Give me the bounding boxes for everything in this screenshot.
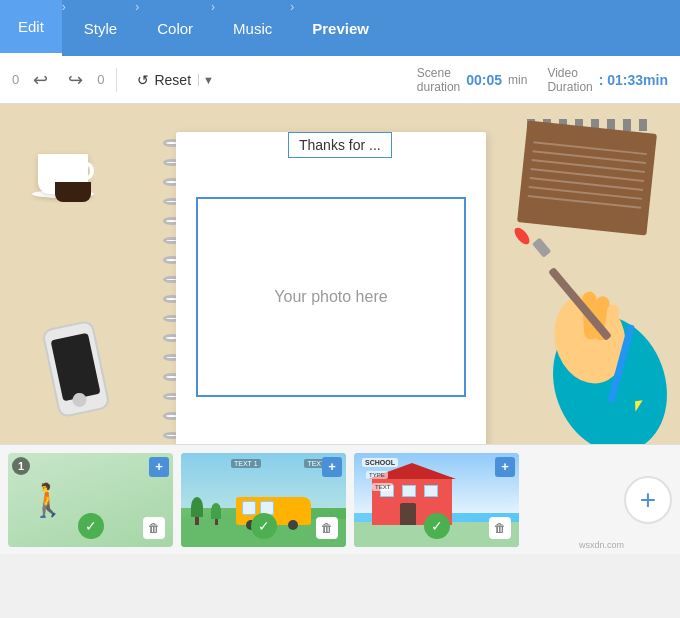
scene-check-3: ✓: [424, 513, 450, 539]
scene-duration-section: Sceneduration 00:05 min: [417, 66, 528, 94]
scene-add-3[interactable]: +: [495, 457, 515, 477]
canvas-area: Your photo here Thanks for ...: [0, 104, 680, 444]
scene-thumb-2[interactable]: 2 TEXT 1 TEXT 2: [181, 453, 346, 547]
redo-button[interactable]: ↪: [62, 65, 89, 95]
phone-screen: [51, 333, 101, 402]
notebook-illustration: Your photo here: [162, 124, 502, 444]
undo-button[interactable]: ↩: [27, 65, 54, 95]
scene-thumb-3[interactable]: 3 SCHOOL TYPE TEXT ✓ + 🗑: [354, 453, 519, 547]
nav-edit[interactable]: Edit: [0, 0, 62, 56]
svg-point-8: [512, 225, 533, 247]
filmstrip: 1 🚶 ✓ + 🗑 2: [0, 444, 680, 554]
scene1-art: 🚶: [28, 481, 68, 519]
top-navigation: Edit › Style › Color › Music › Preview: [0, 0, 680, 56]
nav-music[interactable]: Music: [215, 0, 290, 56]
reset-button[interactable]: ↺ Reset ▼: [129, 68, 221, 92]
phone-illustration: [50, 324, 102, 414]
scene-duration-value: 00:05: [466, 72, 502, 88]
video-duration-value: : 01:33min: [599, 72, 668, 88]
cup-handle: [80, 162, 94, 180]
watermark: wsxdn.com: [579, 540, 624, 550]
scene-delete-3[interactable]: 🗑: [489, 517, 511, 539]
text-label-content: Thanks for ...: [299, 137, 381, 153]
nav-music-label: Music: [233, 20, 272, 37]
reset-icon: ↺: [137, 72, 149, 88]
scene-delete-2[interactable]: 🗑: [316, 517, 338, 539]
scene-number-1: 1: [12, 457, 30, 475]
reset-dropdown-arrow[interactable]: ▼: [198, 74, 214, 86]
toolbar: 0 ↩ ↪ 0 ↺ Reset ▼ Sceneduration 00:05 mi…: [0, 56, 680, 104]
scene-duration-unit: min: [508, 73, 527, 87]
add-scene-icon: +: [640, 484, 656, 516]
coffee-cup-illustration: [28, 134, 98, 204]
nav-preview[interactable]: Preview: [294, 0, 387, 56]
phone-body: [41, 320, 111, 419]
undo-count: 0: [12, 72, 19, 87]
nav-style[interactable]: Style: [66, 0, 135, 56]
add-scene-button[interactable]: +: [624, 476, 672, 524]
paintbrush-hand-illustration: [480, 184, 680, 444]
photo-placeholder[interactable]: Your photo here: [196, 197, 466, 397]
nav-color-label: Color: [157, 20, 193, 37]
scene-check-1: ✓: [78, 513, 104, 539]
text-label-thanks[interactable]: Thanks for ...: [288, 132, 392, 158]
scene-add-1[interactable]: +: [149, 457, 169, 477]
cup-coffee: [55, 182, 91, 202]
video-duration-label: VideoDuration: [547, 66, 592, 94]
scene-thumb-1[interactable]: 1 🚶 ✓ + 🗑: [8, 453, 173, 547]
redo-count: 0: [97, 72, 104, 87]
scene-check-2: ✓: [251, 513, 277, 539]
nav-preview-label: Preview: [312, 20, 369, 37]
scene-add-2[interactable]: +: [322, 457, 342, 477]
video-duration-section: VideoDuration : 01:33min: [547, 66, 668, 94]
nav-style-label: Style: [84, 20, 117, 37]
notebook-page: Your photo here: [176, 132, 486, 444]
svg-rect-7: [532, 238, 551, 258]
toolbar-divider: [116, 68, 117, 92]
scene-duration-label: Sceneduration: [417, 66, 460, 94]
scene-delete-1[interactable]: 🗑: [143, 517, 165, 539]
nav-color[interactable]: Color: [139, 0, 211, 56]
photo-placeholder-text: Your photo here: [274, 288, 387, 306]
nav-edit-label: Edit: [18, 18, 44, 35]
reset-label: Reset: [154, 72, 191, 88]
